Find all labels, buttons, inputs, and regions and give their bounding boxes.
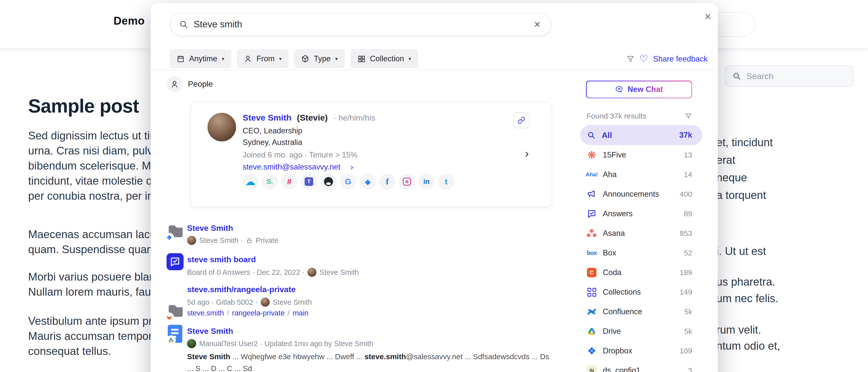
slack-icon[interactable]: # [281,174,298,190]
person-name-row: Steve Smith (Stevie) · he/him/his [243,113,375,123]
result-meta: Steve Smith · Private [187,236,278,245]
post-paragraph: Maecenas accumsan lacus s quam. Suspendi… [28,227,171,257]
avatar [261,298,270,307]
person-email-row: steve.smith@salessavvy.net › [243,162,353,172]
calendar-icon [177,55,185,63]
background-search-input[interactable] [746,71,846,81]
facet-dropbox[interactable]: ❖ Dropbox 109 [580,341,702,361]
filter-funnel-icon[interactable] [685,113,692,120]
facet-confluence[interactable]: Confluence 5k [580,302,702,321]
facet-answers[interactable]: Answers 89 [580,204,702,223]
post-line-fragment: rum velit. [716,323,761,336]
facet-ds-config1[interactable]: IN ds_config1 3 [580,361,702,372]
result-title[interactable]: steve.smith/rangeela-private [187,285,296,294]
heart-icon: ♡ [640,54,648,64]
post-line-fragment: us pharetra. [716,276,775,288]
brand-logo[interactable]: Demo [114,14,145,27]
twitter-icon[interactable]: t [438,174,454,190]
result-title[interactable]: Steve Smith [187,327,233,336]
expand-person-chevron[interactable]: › [525,147,529,160]
link-icon [518,117,525,124]
confluence-icon [586,307,598,316]
share-feedback-link[interactable]: Share feedback [653,55,708,64]
result-icon-gdoc[interactable] [168,325,182,343]
person-icon [244,55,252,63]
search-modal: ✕ ✕ Anytime ▾ From ▾ Type ▾ [151,3,718,372]
post-paragraph: Vestibulum ante ipsum prim Mauris accums… [28,313,164,359]
jira-icon[interactable]: ◆ [360,174,376,190]
result-meta-text: Board of 0 Answers · Dec 22, 2022 · [187,268,304,277]
facet-all-selected[interactable]: All 37k [580,125,702,145]
facebook-icon[interactable]: f [379,174,395,190]
breadcrumb-separator: / [227,309,229,317]
copy-link-button[interactable] [514,112,529,128]
result-meta: ManualTest User2 · Updated 1mo ago by St… [187,339,373,348]
filter-collection[interactable]: Collection ▾ [350,49,418,68]
result-icon-folder-dropbox[interactable]: ❖ [166,222,185,240]
breadcrumb-separator: / [287,309,289,317]
chevron-right-icon[interactable]: › [350,162,353,172]
facet-aha[interactable]: Aha! Aha 14 [580,165,702,184]
modal-search-input[interactable] [194,19,527,30]
facet-count: 37k [679,131,692,140]
fifteenfive-icon: ❋ [586,149,598,161]
result-owner: Steve Smith · [199,236,243,245]
dropbox-icon: ❖ [586,345,598,357]
result-owner: Steve Smith [319,268,359,277]
salesforce-icon[interactable]: ☁ [242,174,258,190]
google-icon[interactable]: G [340,174,356,190]
chevron-down-icon: ▾ [409,56,411,62]
people-section-icon [166,76,183,92]
microsoft-teams-icon[interactable]: T [301,174,317,190]
result-title[interactable]: steve smith board [187,255,256,264]
gitlab-badge-icon [164,312,174,322]
post-line-fragment: ntum odio et, [716,340,780,352]
facet-coda[interactable]: C Coda 189 [580,263,702,282]
person-icon [170,80,179,88]
clear-search-icon[interactable]: ✕ [532,18,542,31]
megaphone-icon [586,189,598,199]
post-line-fragment: um nec felis. [716,292,778,305]
close-icon[interactable]: ✕ [701,10,715,24]
filter-anytime[interactable]: Anytime ▾ [169,49,231,68]
facet-announcements[interactable]: Announcements 400 [580,184,702,204]
linkedin-icon[interactable]: in [418,174,434,190]
person-card: Steve Smith (Stevie) · he/him/his CEO, L… [190,102,552,207]
new-chat-button[interactable]: New Chat [586,81,692,98]
result-icon-answers-board[interactable] [166,253,184,270]
person-name-link[interactable]: Steve Smith [243,113,291,122]
simpplr-icon[interactable]: S. [262,174,278,190]
box-icon: box [586,249,598,256]
facet-drive[interactable]: Drive 5k [580,321,702,341]
snippet-highlight: Steve Smith [187,352,230,361]
facet-box[interactable]: box Box 52 [580,243,702,263]
type-cube-icon [301,55,309,63]
divider [151,70,718,70]
filter-label: Collection [370,54,404,63]
results-count-label: Found 37k results [586,112,646,120]
filter-from[interactable]: From ▾ [237,49,288,68]
avatar [187,236,196,245]
github-icon[interactable] [320,174,337,190]
modal-search-bar[interactable]: ✕ [170,13,551,36]
breadcrumb-segment[interactable]: rangeela-private [232,309,285,317]
people-section-header: People [188,80,213,89]
person-email-link[interactable]: steve.smith@salessavvy.net [243,162,340,172]
chat-check-icon [169,256,181,267]
background-side-search[interactable] [725,65,854,87]
result-breadcrumb: steve.smith / rangeela-private / main [187,309,308,317]
person-job-title: CEO, Leadership [243,126,302,135]
google-drive-badge-icon [166,335,176,345]
breadcrumb-segment[interactable]: main [292,309,308,317]
avatar[interactable] [208,113,236,142]
facet-asana[interactable]: Asana 853 [580,223,702,243]
result-title[interactable]: Steve Smith [187,223,233,233]
filter-type[interactable]: Type ▾ [294,49,345,68]
filter-funnel-icon[interactable] [626,55,634,63]
facet-15five[interactable]: ❋ 15Five 13 [580,145,702,165]
breadcrumb-segment[interactable]: steve.smith [187,309,224,317]
facet-collections[interactable]: Collections 149 [580,282,702,302]
coda-icon: C [586,268,598,277]
result-icon-folder-gitlab[interactable] [166,302,185,319]
instagram-icon[interactable] [399,174,415,190]
